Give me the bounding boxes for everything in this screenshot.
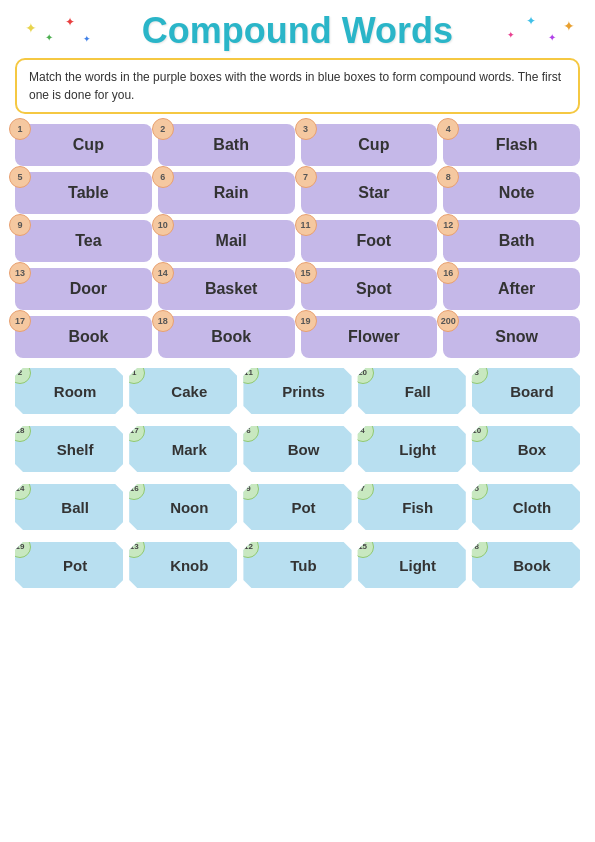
blue-cell: 8 Book: [472, 542, 580, 588]
number-badge: 7: [295, 166, 317, 188]
number-badge: 9: [9, 214, 31, 236]
word-label: Door: [70, 280, 107, 298]
word-label: Cup: [358, 136, 389, 154]
word-label: Cake: [171, 383, 207, 400]
number-badge: 18: [152, 310, 174, 332]
star-icon: ✦: [526, 14, 536, 28]
word-label: Bath: [499, 232, 535, 250]
word-label: Flower: [348, 328, 400, 346]
purple-cell: 15 Spot: [301, 268, 438, 310]
blue-cell: 14 Ball: [15, 484, 123, 530]
purple-cell: 19 Flower: [301, 316, 438, 358]
word-label: Tub: [290, 557, 316, 574]
blue-cell: 3 Board: [472, 368, 580, 414]
blue-cell: 17 Mark: [129, 426, 237, 472]
purple-cell: 6 Rain: [158, 172, 295, 214]
word-label: Light: [399, 557, 436, 574]
word-label: Box: [518, 441, 546, 458]
number-badge: 15: [295, 262, 317, 284]
blue-cell: 10 Box: [472, 426, 580, 472]
purple-cell: 2 Bath: [158, 124, 295, 166]
number-badge: 10: [152, 214, 174, 236]
word-label: Fish: [402, 499, 433, 516]
blue-row: 14 Ball 16 Noon 9 Pot 7 Fish 5 Cloth: [15, 484, 580, 530]
instructions-text: Match the words in the purple boxes with…: [29, 70, 561, 102]
purple-cell: 13 Door: [15, 268, 152, 310]
word-label: Cup: [73, 136, 104, 154]
word-label: Flash: [496, 136, 538, 154]
blue-cell: 2 Room: [15, 368, 123, 414]
word-label: Basket: [205, 280, 257, 298]
number-badge: 6: [152, 166, 174, 188]
page: ✦ ✦ ✦ ✦ ✦ ✦ ✦ ✦ Compound Words Match the…: [0, 0, 595, 842]
star-icon: ✦: [45, 32, 53, 43]
number-badge: 4: [437, 118, 459, 140]
blue-cell: 1 Cake: [129, 368, 237, 414]
blue-row: 19 Pot 13 Knob 12 Tub 15 Light 8 Book: [15, 542, 580, 588]
purple-cell: 5 Table: [15, 172, 152, 214]
word-label: Note: [499, 184, 535, 202]
word-label: Light: [399, 441, 436, 458]
blue-row: 2 Room 1 Cake 11 Prints 20 Fall 3 Board: [15, 368, 580, 414]
blue-cell: 11 Prints: [243, 368, 351, 414]
number-badge: 17: [9, 310, 31, 332]
blue-cell: 12 Tub: [243, 542, 351, 588]
number-badge: 3: [295, 118, 317, 140]
number-badge: 200: [437, 310, 459, 332]
number-badge: 14: [152, 262, 174, 284]
number-badge: 2: [9, 362, 31, 384]
purple-cell: 9 Tea: [15, 220, 152, 262]
blue-cell: 20 Fall: [358, 368, 466, 414]
star-icon: ✦: [507, 30, 515, 40]
word-label: Pot: [291, 499, 315, 516]
star-icon: ✦: [83, 34, 91, 44]
purple-cell: 10 Mail: [158, 220, 295, 262]
blue-cell: 19 Pot: [15, 542, 123, 588]
star-icon: ✦: [548, 32, 556, 43]
word-label: Spot: [356, 280, 392, 298]
word-label: Foot: [357, 232, 392, 250]
word-label: Book: [68, 328, 108, 346]
purple-cell: 16 After: [443, 268, 580, 310]
purple-cell: 8 Note: [443, 172, 580, 214]
word-label: Table: [68, 184, 109, 202]
purple-cell: 1 Cup: [15, 124, 152, 166]
word-label: Noon: [170, 499, 208, 516]
blue-rows-container: 2 Room 1 Cake 11 Prints 20 Fall 3 Board …: [15, 368, 580, 600]
word-label: Bath: [213, 136, 249, 154]
word-label: Pot: [63, 557, 87, 574]
number-badge: 19: [295, 310, 317, 332]
purple-cell: 14 Basket: [158, 268, 295, 310]
word-label: Board: [510, 383, 553, 400]
word-label: Mark: [172, 441, 207, 458]
purple-cell: 11 Foot: [301, 220, 438, 262]
number-badge: 2: [152, 118, 174, 140]
word-label: After: [498, 280, 535, 298]
purple-cell: 3 Cup: [301, 124, 438, 166]
number-badge: 5: [9, 166, 31, 188]
blue-cell: 15 Light: [358, 542, 466, 588]
blue-cell: 13 Knob: [129, 542, 237, 588]
purple-cell: 12 Bath: [443, 220, 580, 262]
word-label: Prints: [282, 383, 325, 400]
blue-cell: 4 Light: [358, 426, 466, 472]
blue-cell: 5 Cloth: [472, 484, 580, 530]
number-badge: 8: [437, 166, 459, 188]
blue-cell: 6 Bow: [243, 426, 351, 472]
word-label: Shelf: [57, 441, 94, 458]
purple-cell: 17 Book: [15, 316, 152, 358]
word-label: Fall: [405, 383, 431, 400]
number-badge: 3: [466, 362, 488, 384]
blue-cell: 16 Noon: [129, 484, 237, 530]
word-label: Book: [513, 557, 551, 574]
word-label: Rain: [214, 184, 249, 202]
purple-grid: 1 Cup 2 Bath 3 Cup 4 Flash 5 Table 6 Rai…: [15, 124, 580, 358]
star-icon: ✦: [25, 20, 37, 36]
blue-cell: 9 Pot: [243, 484, 351, 530]
word-label: Tea: [75, 232, 101, 250]
number-badge: 12: [437, 214, 459, 236]
word-label: Cloth: [513, 499, 551, 516]
number-badge: 11: [295, 214, 317, 236]
number-badge: 16: [437, 262, 459, 284]
word-label: Ball: [61, 499, 89, 516]
